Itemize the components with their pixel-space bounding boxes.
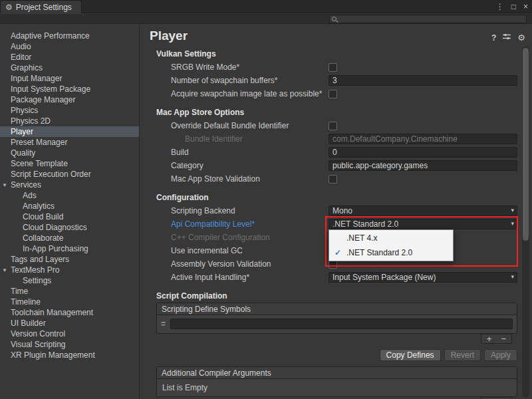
sidebar-item-version-control[interactable]: Version Control (0, 329, 139, 339)
script-compilation-header: Script Compilation (140, 289, 517, 303)
configuration-header: Configuration (140, 191, 517, 204)
active-input-handling-label: Active Input Handling* (140, 273, 329, 282)
override-bundle-id-checkbox[interactable] (329, 122, 337, 130)
row-scripting-backend: Scripting Backend Mono ▾ (140, 204, 517, 217)
api-compatibility-dropdown[interactable]: .NET Standard 2.0 ▾ (329, 219, 517, 229)
sidebar-item-services[interactable]: ▼ Services (0, 180, 139, 190)
srgb-write-mode-checkbox[interactable] (329, 63, 337, 72)
sidebar-item-adaptive-performance[interactable]: Adaptive Performance (0, 31, 139, 41)
sidebar-item-player[interactable]: Player (0, 126, 139, 137)
sidebar-item-physics-2d[interactable]: Physics 2D (0, 116, 139, 126)
help-icon[interactable]: ? (491, 33, 496, 43)
sidebar-item-analytics[interactable]: Analytics (0, 201, 139, 211)
settings-category-list: Adaptive Performance Audio Editor Graphi… (0, 25, 140, 399)
row-srgb-write-mode: SRGB Write Mode* (140, 61, 517, 74)
presets-icon[interactable] (503, 33, 511, 43)
sidebar-item-label: TextMesh Pro (11, 265, 59, 275)
sidebar-item-physics[interactable]: Physics (0, 105, 139, 116)
scrollbar-thumb[interactable] (523, 48, 529, 241)
swapchain-buffers-label: Number of swapchain buffers* (140, 76, 329, 85)
chevron-down-icon: ▾ (511, 207, 514, 213)
sidebar-item-in-app-purchasing[interactable]: In-App Purchasing (0, 243, 139, 254)
incremental-gc-label: Use incremental GC (140, 246, 329, 255)
scripting-define-symbols-box: Scripting Define Symbols = (156, 303, 517, 334)
player-settings-panel: Player ? ⚙ Vulkan Settings SRGB Write Mo… (140, 25, 532, 399)
compiler-arguments-empty-text: List is Empty (157, 379, 517, 396)
settings-gear-icon: ⚙ (5, 3, 13, 12)
row-swapchain-buffers: Number of swapchain buffers* (140, 74, 517, 87)
sidebar-item-cloud-build[interactable]: Cloud Build (0, 211, 139, 222)
close-icon[interactable]: × (523, 2, 528, 11)
remove-define-button[interactable]: − (501, 334, 506, 343)
title-bar: ⚙ Project Settings ⋮ □ × (0, 0, 532, 13)
category-field[interactable] (329, 160, 517, 171)
bundle-identifier-field (329, 134, 517, 144)
mac-validation-checkbox[interactable] (329, 175, 337, 184)
sidebar-item-visual-scripting[interactable]: Visual Scripting (0, 339, 139, 350)
sidebar-item-toolchain-management[interactable]: Toolchain Management (0, 307, 139, 318)
scripting-define-symbols-title: Scripting Define Symbols (157, 303, 517, 315)
sidebar-item-xr-plugin-management[interactable]: XR Plugin Management (0, 350, 139, 360)
category-label: Category (140, 161, 329, 170)
api-compatibility-value: .NET Standard 2.0 (332, 219, 398, 229)
foldout-open-icon[interactable]: ▼ (2, 180, 7, 191)
page-title: Player (150, 29, 188, 43)
sidebar-item-editor[interactable]: Editor (0, 52, 139, 63)
sidebar-item-quality[interactable]: Quality (0, 148, 139, 158)
row-category: Category (140, 159, 517, 172)
search-input[interactable] (339, 15, 524, 24)
sidebar-item-label: Services (11, 180, 41, 190)
scripting-backend-label: Scripting Backend (140, 206, 329, 215)
pane-gear-icon[interactable]: ⚙ (517, 33, 525, 43)
apply-button[interactable]: Apply (484, 349, 517, 361)
sidebar-item-audio[interactable]: Audio (0, 41, 139, 52)
sidebar-item-script-execution-order[interactable]: Script Execution Order (0, 169, 139, 180)
scripting-backend-dropdown[interactable]: Mono ▾ (329, 205, 517, 216)
sidebar-item-preset-manager[interactable]: Preset Manager (0, 137, 139, 148)
sidebar-item-cloud-diagnostics[interactable]: Cloud Diagnostics (0, 222, 139, 233)
maximize-icon[interactable]: □ (511, 2, 516, 11)
define-symbol-field[interactable] (170, 319, 513, 329)
search-box[interactable] (329, 15, 527, 23)
foldout-open-icon[interactable]: ▼ (2, 265, 7, 276)
active-input-handling-dropdown[interactable]: Input System Package (New) ▾ (329, 272, 517, 283)
row-mac-validation: Mac App Store Validation (140, 172, 517, 186)
sidebar-item-collaborate[interactable]: Collaborate (0, 233, 139, 243)
chevron-down-icon: ▾ (511, 273, 514, 280)
sidebar-item-tmp-settings[interactable]: Settings (0, 275, 139, 286)
acquire-swapchain-checkbox[interactable] (329, 90, 337, 98)
swapchain-buffers-field[interactable] (329, 75, 517, 86)
add-define-button[interactable]: + (487, 334, 492, 343)
kebab-menu-icon[interactable]: ⋮ (496, 2, 504, 11)
sidebar-item-timeline[interactable]: Timeline (0, 297, 139, 307)
row-acquire-swapchain: Acquire swapchain image late as possible… (140, 87, 517, 100)
sidebar-item-tags-and-layers[interactable]: Tags and Layers (0, 254, 139, 265)
drag-handle-icon[interactable]: = (161, 319, 170, 329)
sidebar-item-input-system-package[interactable]: Input System Package (0, 84, 139, 94)
search-icon (332, 17, 336, 21)
srgb-write-mode-label: SRGB Write Mode* (140, 63, 329, 72)
revert-button[interactable]: Revert (444, 349, 481, 361)
sidebar-item-package-manager[interactable]: Package Manager (0, 94, 139, 105)
sidebar-item-scene-template[interactable]: Scene Template (0, 158, 139, 169)
row-override-bundle-id: Override Default Bundle Identifier (140, 119, 517, 132)
vertical-scrollbar (522, 47, 529, 398)
active-input-handling-value: Input System Package (New) (332, 273, 436, 282)
assembly-validation-label: Assembly Version Validation (140, 259, 329, 269)
sidebar-item-time[interactable]: Time (0, 286, 139, 297)
toolbar (0, 14, 532, 24)
menu-item-net-standard-20[interactable]: ✓ .NET Standard 2.0 (329, 245, 453, 260)
sidebar-item-ui-builder[interactable]: UI Builder (0, 318, 139, 329)
sidebar-item-ads[interactable]: Ads (0, 190, 139, 201)
tab-project-settings[interactable]: ⚙ Project Settings (0, 0, 82, 13)
sidebar-item-textmesh-pro[interactable]: ▼ TextMesh Pro (0, 265, 139, 275)
menu-item-label: .NET Standard 2.0 (346, 248, 412, 257)
build-field[interactable] (329, 147, 517, 158)
scripting-backend-value: Mono (332, 206, 352, 215)
sidebar-item-graphics[interactable]: Graphics (0, 63, 139, 73)
menu-item-net-4x[interactable]: .NET 4.x (329, 231, 453, 245)
check-icon: ✓ (329, 248, 346, 257)
copy-defines-button[interactable]: Copy Defines (380, 349, 441, 361)
row-build: Build (140, 146, 517, 159)
sidebar-item-input-manager[interactable]: Input Manager (0, 73, 139, 84)
